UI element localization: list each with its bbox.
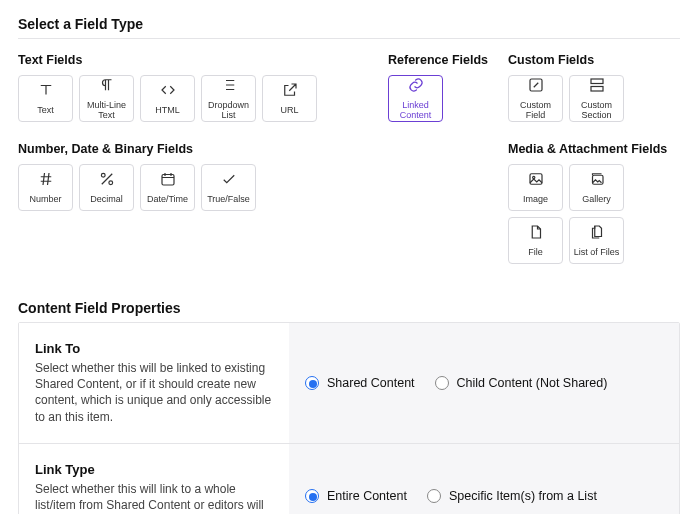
svg-rect-1 <box>591 79 603 84</box>
tile-file[interactable]: File <box>508 217 563 264</box>
radio-dot-icon <box>305 489 319 503</box>
radio-label: Entire Content <box>327 489 407 503</box>
link-type-label: Link Type <box>35 462 273 477</box>
list-icon <box>220 76 238 98</box>
radio-label: Child Content (Not Shared) <box>457 376 608 390</box>
link-to-desc: Select whether this will be linked to ex… <box>35 360 273 425</box>
svg-rect-6 <box>530 174 542 185</box>
tile-url[interactable]: URL <box>262 75 317 122</box>
paragraph-icon <box>98 76 116 98</box>
radio-shared-content[interactable]: Shared Content <box>305 376 415 390</box>
tile-label: Number <box>29 195 61 205</box>
group-heading-number: Number, Date & Binary Fields <box>18 142 388 156</box>
link-type-desc: Select whether this will link to a whole… <box>35 481 273 514</box>
link-to-label: Link To <box>35 341 273 356</box>
page-title: Select a Field Type <box>18 16 680 32</box>
external-link-icon <box>281 81 299 103</box>
tile-dropdown[interactable]: Dropdown List <box>201 75 256 122</box>
code-icon <box>159 81 177 103</box>
tile-html[interactable]: HTML <box>140 75 195 122</box>
tile-label: Dropdown List <box>204 101 253 121</box>
file-icon <box>527 223 545 245</box>
tile-truefalse[interactable]: True/False <box>201 164 256 211</box>
svg-rect-5 <box>162 175 174 186</box>
tile-list-of-files[interactable]: List of Files <box>569 217 624 264</box>
svg-rect-2 <box>591 87 603 92</box>
radio-dot-icon <box>305 376 319 390</box>
tile-gallery[interactable]: Gallery <box>569 164 624 211</box>
tile-datetime[interactable]: Date/Time <box>140 164 195 211</box>
row-link-to: Link To Select whether this will be link… <box>19 323 679 443</box>
tile-linked-content[interactable]: Linked Content <box>388 75 443 122</box>
group-heading-custom: Custom Fields <box>508 53 680 67</box>
tile-label: True/False <box>207 195 250 205</box>
radio-specific-items[interactable]: Specific Item(s) from a List <box>427 489 597 503</box>
tile-number[interactable]: Number <box>18 164 73 211</box>
tile-label: URL <box>280 106 298 116</box>
tile-label: Linked Content <box>391 101 440 121</box>
tile-decimal[interactable]: Decimal <box>79 164 134 211</box>
group-heading-reference: Reference Fields <box>388 53 508 67</box>
tile-label: Decimal <box>90 195 123 205</box>
tile-label: List of Files <box>574 248 620 258</box>
tile-image[interactable]: Image <box>508 164 563 211</box>
percent-icon <box>98 170 116 192</box>
svg-point-4 <box>108 181 112 185</box>
svg-rect-8 <box>592 176 603 185</box>
svg-point-3 <box>101 174 105 178</box>
check-icon <box>220 170 238 192</box>
radio-dot-icon <box>435 376 449 390</box>
tile-label: Custom Section <box>572 101 621 121</box>
radio-label: Specific Item(s) from a List <box>449 489 597 503</box>
files-icon <box>588 223 606 245</box>
tile-label: Text <box>37 106 54 116</box>
radio-entire-content[interactable]: Entire Content <box>305 489 407 503</box>
calendar-icon <box>159 170 177 192</box>
edit-square-icon <box>527 76 545 98</box>
text-icon <box>37 81 55 103</box>
tile-label: Gallery <box>582 195 611 205</box>
tile-label: Custom Field <box>511 101 560 121</box>
group-heading-text: Text Fields <box>18 53 388 67</box>
properties-heading: Content Field Properties <box>18 300 680 316</box>
radio-dot-icon <box>427 489 441 503</box>
tile-label: Image <box>523 195 548 205</box>
properties-table: Link To Select whether this will be link… <box>18 322 680 514</box>
radio-child-content[interactable]: Child Content (Not Shared) <box>435 376 608 390</box>
link-icon <box>407 76 425 98</box>
hash-icon <box>37 170 55 192</box>
tile-custom-section[interactable]: Custom Section <box>569 75 624 122</box>
tile-multiline[interactable]: Multi-Line Text <box>79 75 134 122</box>
tile-text[interactable]: Text <box>18 75 73 122</box>
row-link-type: Link Type Select whether this will link … <box>19 443 679 514</box>
section-icon <box>588 76 606 98</box>
tile-label: Multi-Line Text <box>82 101 131 121</box>
tile-label: File <box>528 248 543 258</box>
tile-label: Date/Time <box>147 195 188 205</box>
group-heading-media: Media & Attachment Fields <box>508 142 680 156</box>
radio-label: Shared Content <box>327 376 415 390</box>
tile-custom-field[interactable]: Custom Field <box>508 75 563 122</box>
gallery-icon <box>588 170 606 192</box>
image-icon <box>527 170 545 192</box>
divider <box>18 38 680 39</box>
tile-label: HTML <box>155 106 180 116</box>
